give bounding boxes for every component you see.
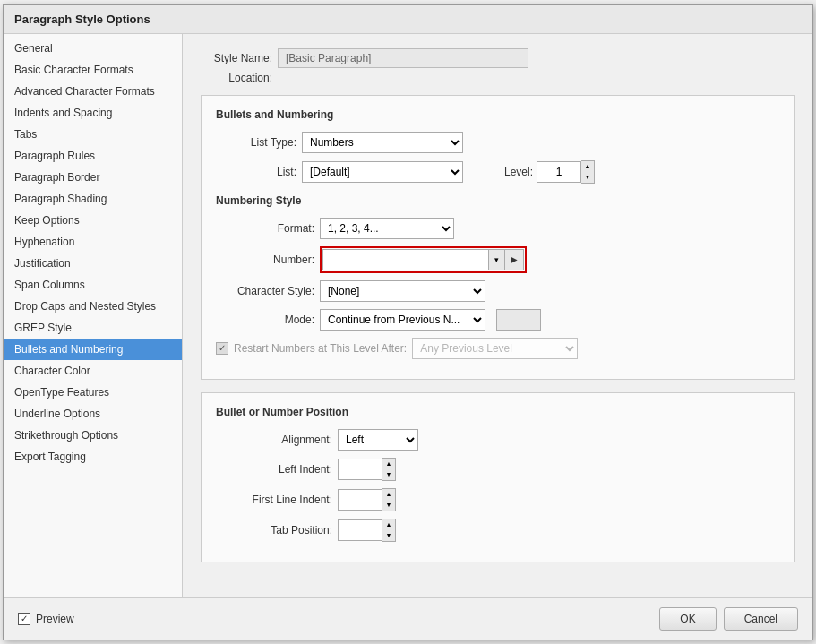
sidebar-item-strikethrough-options[interactable]: Strikethrough Options — [4, 425, 182, 446]
sidebar-item-drop-caps-and-nested-styles[interactable]: Drop Caps and Nested Styles — [4, 296, 182, 317]
tab-position-down-btn[interactable]: ▼ — [382, 530, 395, 541]
sidebar-item-basic-character-formats[interactable]: Basic Character Formats — [4, 59, 182, 81]
number-row: Number: ^#.^t ▾ ▶ — [216, 246, 779, 273]
list-level-row: List: [Default] Level: 1 ▲ ▼ — [216, 160, 779, 184]
dialog-body: GeneralBasic Character FormatsAdvanced C… — [4, 34, 812, 597]
mode-select[interactable]: Continue from Previous N... — [320, 309, 485, 331]
style-name-row: Style Name: [Basic Paragraph] — [201, 48, 795, 68]
bullet-position-section: Bullet or Number Position Alignment: Lef… — [201, 392, 795, 562]
list-type-label: List Type: — [216, 136, 296, 149]
sidebar-item-export-tagging[interactable]: Export Tagging — [4, 446, 182, 468]
level-group: Level: 1 ▲ ▼ — [504, 160, 595, 184]
sidebar-item-tabs[interactable]: Tabs — [4, 124, 182, 145]
sidebar-item-indents-and-spacing[interactable]: Indents and Spacing — [4, 102, 182, 124]
level-label: Level: — [504, 166, 533, 178]
sidebar-item-opentype-features[interactable]: OpenType Features — [4, 382, 182, 403]
numbering-style-title: Numbering Style — [216, 194, 779, 207]
mode-label: Mode: — [216, 313, 314, 326]
left-indent-spinner-btns: ▲ ▼ — [382, 458, 396, 481]
char-style-row: Character Style: [None] — [216, 280, 779, 302]
number-dropdown-btn[interactable]: ▾ — [488, 249, 504, 270]
main-content: Style Name: [Basic Paragraph] Location: … — [183, 34, 812, 597]
sidebar-item-paragraph-shading[interactable]: Paragraph Shading — [4, 188, 182, 210]
list-select[interactable]: [Default] — [302, 161, 463, 183]
sidebar-item-paragraph-border[interactable]: Paragraph Border — [4, 167, 182, 188]
tab-position-spinner-btns: ▲ ▼ — [382, 519, 396, 542]
cancel-button[interactable]: Cancel — [724, 607, 798, 631]
style-name-value: [Basic Paragraph] — [278, 48, 528, 68]
alignment-select[interactable]: Left — [338, 429, 418, 451]
first-line-indent-label: First Line Indent: — [216, 494, 332, 506]
left-indent-down-btn[interactable]: ▼ — [382, 469, 395, 480]
preview-row: ✓ Preview — [18, 613, 74, 625]
list-type-row: List Type: Numbers — [216, 132, 779, 153]
location-label: Location: — [201, 72, 272, 84]
left-indent-up-btn[interactable]: ▲ — [382, 459, 395, 469]
tab-position-row: Tab Position: 0.5 in ▲ ▼ — [216, 519, 779, 542]
first-line-indent-down-btn[interactable]: ▼ — [382, 500, 395, 511]
sidebar-item-paragraph-rules[interactable]: Paragraph Rules — [4, 145, 182, 167]
level-down-btn[interactable]: ▼ — [581, 172, 594, 183]
format-row: Format: 1, 2, 3, 4... — [216, 218, 779, 239]
sidebar-item-grep-style[interactable]: GREP Style — [4, 317, 182, 339]
char-style-label: Character Style: — [216, 285, 314, 297]
format-select[interactable]: 1, 2, 3, 4... — [320, 218, 454, 239]
sidebar-item-keep-options[interactable]: Keep Options — [4, 210, 182, 231]
bullet-position-title: Bullet or Number Position — [216, 406, 779, 418]
sidebar-item-general[interactable]: General — [4, 38, 182, 59]
first-line-indent-row: First Line Indent: 0 in ▲ ▼ — [216, 488, 779, 511]
sidebar-item-advanced-character-formats[interactable]: Advanced Character Formats — [4, 81, 182, 102]
first-line-indent-up-btn[interactable]: ▲ — [382, 489, 395, 500]
left-indent-input[interactable]: 0 in — [338, 459, 382, 480]
sidebar-item-underline-options[interactable]: Underline Options — [4, 403, 182, 425]
sidebar-item-hyphenation[interactable]: Hyphenation — [4, 231, 182, 253]
sidebar: GeneralBasic Character FormatsAdvanced C… — [4, 34, 183, 597]
sidebar-item-bullets-and-numbering[interactable]: Bullets and Numbering — [4, 339, 182, 360]
number-label: Number: — [216, 253, 314, 266]
alignment-row: Alignment: Left — [216, 429, 779, 451]
numbering-style-subsection: Numbering Style Format: 1, 2, 3, 4... Nu… — [216, 194, 779, 359]
sidebar-item-justification[interactable]: Justification — [4, 253, 182, 274]
left-indent-spinner: 0 in ▲ ▼ — [338, 458, 396, 481]
bullets-numbering-title: Bullets and Numbering — [216, 108, 779, 121]
bullets-numbering-section: Bullets and Numbering List Type: Numbers… — [201, 95, 795, 380]
dialog-title: Paragraph Style Options — [4, 5, 812, 34]
restart-label: Restart Numbers at This Level After: — [234, 342, 407, 355]
tab-position-spinner: 0.5 in ▲ ▼ — [338, 519, 396, 542]
first-line-indent-spinner: 0 in ▲ ▼ — [338, 488, 396, 511]
left-indent-label: Left Indent: — [216, 463, 332, 476]
first-line-indent-input[interactable]: 0 in — [338, 489, 382, 511]
restart-row: ✓ Restart Numbers at This Level After: A… — [216, 338, 779, 359]
mode-row: Mode: Continue from Previous N... 1 — [216, 309, 779, 331]
tab-position-up-btn[interactable]: ▲ — [382, 519, 395, 530]
first-line-indent-spinner-btns: ▲ ▼ — [382, 488, 396, 511]
tab-position-input[interactable]: 0.5 in — [338, 519, 382, 541]
preview-checkbox[interactable]: ✓ — [18, 613, 30, 625]
level-spinner-buttons: ▲ ▼ — [581, 160, 595, 184]
mode-number-input[interactable]: 1 — [496, 309, 541, 331]
ok-button[interactable]: OK — [659, 607, 716, 631]
dialog-footer: ✓ Preview OK Cancel — [4, 597, 812, 640]
location-row: Location: — [201, 72, 795, 84]
tab-position-label: Tab Position: — [216, 524, 332, 537]
number-input[interactable]: ^#.^t — [322, 249, 488, 270]
format-label: Format: — [216, 222, 314, 235]
number-field-group: ^#.^t ▾ ▶ — [320, 246, 527, 273]
char-style-select[interactable]: [None] — [320, 280, 485, 302]
sidebar-item-character-color[interactable]: Character Color — [4, 360, 182, 382]
paragraph-style-options-dialog: Paragraph Style Options GeneralBasic Cha… — [3, 4, 813, 640]
left-indent-row: Left Indent: 0 in ▲ ▼ — [216, 458, 779, 481]
level-up-btn[interactable]: ▲ — [581, 161, 594, 172]
level-input[interactable]: 1 — [537, 161, 581, 183]
sidebar-item-span-columns[interactable]: Span Columns — [4, 274, 182, 296]
style-name-label: Style Name: — [201, 52, 272, 64]
alignment-label: Alignment: — [216, 434, 332, 446]
list-type-select[interactable]: Numbers — [302, 132, 463, 153]
footer-buttons: OK Cancel — [659, 607, 798, 631]
preview-label: Preview — [36, 613, 74, 625]
level-spinner: 1 ▲ ▼ — [537, 160, 595, 184]
number-insert-btn[interactable]: ▶ — [504, 249, 524, 270]
list-label: List: — [216, 166, 296, 178]
restart-checkbox[interactable]: ✓ — [216, 342, 228, 355]
restart-select[interactable]: Any Previous Level — [412, 338, 578, 359]
